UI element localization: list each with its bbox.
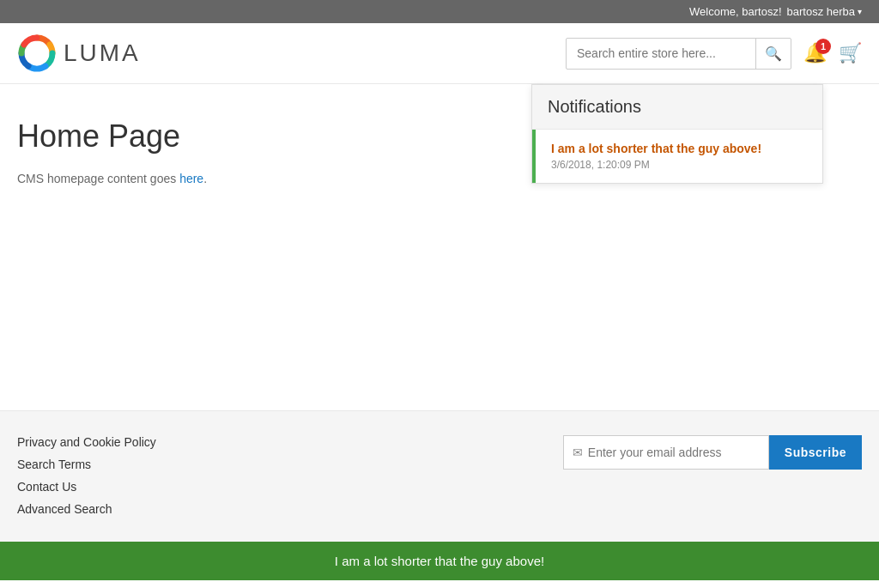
notification-badge: 1 bbox=[815, 39, 831, 54]
notifications-button[interactable]: 🔔 1 bbox=[803, 42, 827, 64]
cart-button[interactable]: 🛒 bbox=[839, 42, 862, 64]
footer-link-contact[interactable]: Contact Us bbox=[17, 480, 156, 494]
footer-link-search-terms[interactable]: Search Terms bbox=[17, 458, 156, 471]
footer-inner: Privacy and Cookie Policy Search Terms C… bbox=[17, 435, 862, 542]
email-icon: ✉ bbox=[573, 446, 583, 459]
top-bar: Welcome, bartosz! bartosz herba ▾ bbox=[0, 0, 879, 23]
footer: Privacy and Cookie Policy Search Terms C… bbox=[0, 410, 879, 542]
logo-icon bbox=[17, 33, 57, 73]
notifications-dropdown: Notifications I am a lot shorter that th… bbox=[531, 84, 823, 184]
footer-link-privacy[interactable]: Privacy and Cookie Policy bbox=[17, 435, 156, 449]
newsletter-form: ✉ Subscribe bbox=[563, 435, 862, 470]
username-label: bartosz herba bbox=[787, 5, 856, 18]
logo[interactable]: LUMA bbox=[17, 33, 141, 73]
email-input[interactable] bbox=[588, 446, 760, 459]
search-button[interactable]: 🔍 bbox=[755, 39, 791, 69]
notification-message: I am a lot shorter that the guy above! bbox=[551, 142, 807, 155]
footer-links: Privacy and Cookie Policy Search Terms C… bbox=[17, 435, 156, 524]
logo-text: LUMA bbox=[64, 39, 141, 67]
header-actions: 🔍 🔔 1 🛒 Notifications I am a lot shorter… bbox=[566, 38, 862, 70]
subscribe-button[interactable]: Subscribe bbox=[769, 435, 862, 470]
welcome-text: Welcome, bartosz! bbox=[689, 5, 781, 18]
search-input[interactable] bbox=[567, 39, 755, 67]
description-text: CMS homepage content goes bbox=[17, 172, 179, 185]
user-chevron-icon: ▾ bbox=[858, 7, 862, 16]
footer-link-advanced-search[interactable]: Advanced Search bbox=[17, 502, 156, 516]
cart-icon: 🛒 bbox=[839, 42, 862, 64]
here-link[interactable]: here bbox=[179, 172, 203, 185]
header: LUMA 🔍 🔔 1 🛒 Notifications I am a lot sh… bbox=[0, 23, 879, 84]
user-menu[interactable]: bartosz herba ▾ bbox=[787, 5, 863, 18]
notification-item: I am a lot shorter that the guy above! 3… bbox=[532, 130, 822, 183]
notification-time: 3/6/2018, 1:20:09 PM bbox=[551, 159, 807, 171]
search-box: 🔍 bbox=[566, 38, 791, 70]
notifications-title: Notifications bbox=[532, 85, 822, 130]
notification-banner: I am a lot shorter that the guy above! bbox=[0, 542, 879, 580]
banner-text: I am a lot shorter that the guy above! bbox=[335, 554, 544, 568]
email-input-wrapper: ✉ bbox=[563, 435, 769, 470]
